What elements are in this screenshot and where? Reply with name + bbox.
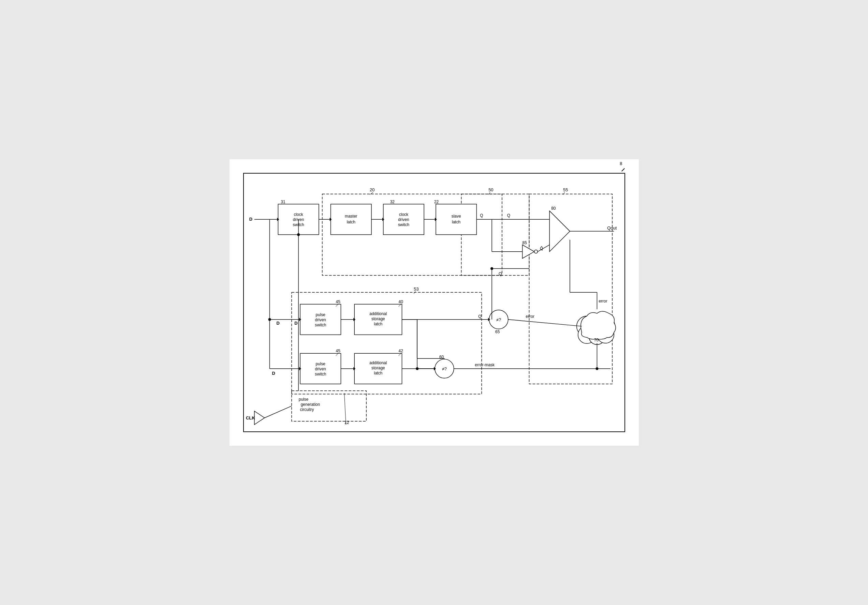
svg-text:error: error bbox=[598, 299, 607, 304]
ref-8-label: 8 bbox=[620, 161, 622, 166]
svg-text:pulse: pulse bbox=[315, 361, 326, 366]
svg-text:Q: Q bbox=[507, 213, 510, 218]
svg-text:D: D bbox=[249, 217, 252, 222]
svg-line-11 bbox=[563, 192, 565, 195]
svg-point-139 bbox=[297, 233, 300, 236]
svg-text:60: 60 bbox=[439, 355, 444, 360]
svg-text:42: 42 bbox=[398, 349, 403, 353]
svg-point-62 bbox=[534, 250, 538, 253]
svg-text:65: 65 bbox=[495, 329, 500, 334]
svg-text:Q: Q bbox=[480, 213, 483, 218]
svg-text:error: error bbox=[525, 314, 534, 319]
svg-text:≠?: ≠? bbox=[496, 317, 501, 322]
circuit-diagram: 20 50 53 55 12 clock drive bbox=[244, 174, 625, 431]
svg-text:32: 32 bbox=[390, 200, 395, 204]
svg-text:clock: clock bbox=[294, 212, 303, 217]
svg-rect-9 bbox=[529, 194, 612, 384]
svg-text:70: 70 bbox=[594, 338, 598, 343]
svg-text:driven: driven bbox=[315, 367, 326, 371]
page: 8 20 50 53 55 bbox=[229, 159, 639, 446]
svg-text:53: 53 bbox=[414, 287, 418, 292]
svg-text:circuitry: circuitry bbox=[300, 407, 314, 412]
svg-text:45: 45 bbox=[336, 299, 340, 304]
svg-text:master: master bbox=[345, 214, 357, 219]
svg-text:clock: clock bbox=[399, 212, 408, 217]
svg-marker-61 bbox=[522, 245, 534, 259]
svg-marker-135 bbox=[254, 411, 264, 425]
svg-text:driven: driven bbox=[398, 217, 409, 222]
svg-point-134 bbox=[595, 367, 598, 370]
svg-line-5 bbox=[488, 192, 490, 195]
svg-text:40: 40 bbox=[398, 299, 403, 304]
svg-line-2 bbox=[370, 192, 373, 195]
svg-line-116 bbox=[508, 320, 581, 326]
svg-text:driven: driven bbox=[315, 318, 326, 322]
svg-text:80: 80 bbox=[551, 206, 556, 211]
svg-text:20: 20 bbox=[370, 187, 375, 192]
svg-text:≠?: ≠? bbox=[442, 366, 446, 371]
svg-marker-59 bbox=[549, 211, 570, 251]
svg-point-127 bbox=[416, 367, 418, 370]
svg-text:55: 55 bbox=[563, 187, 568, 192]
svg-text:latch: latch bbox=[374, 371, 382, 375]
svg-text:switch: switch bbox=[315, 372, 326, 377]
svg-text:additional: additional bbox=[369, 360, 387, 365]
svg-line-137 bbox=[264, 406, 291, 418]
svg-text:Q: Q bbox=[499, 271, 502, 276]
svg-line-93 bbox=[538, 245, 549, 252]
svg-text:generation: generation bbox=[301, 402, 319, 407]
svg-text:D: D bbox=[294, 321, 298, 326]
svg-text:12: 12 bbox=[344, 420, 349, 425]
svg-text:31: 31 bbox=[281, 200, 285, 204]
svg-text:pulse: pulse bbox=[315, 312, 326, 317]
svg-text:storage: storage bbox=[371, 316, 385, 321]
svg-text:latch: latch bbox=[452, 220, 460, 224]
svg-text:Q: Q bbox=[478, 314, 481, 319]
svg-text:85: 85 bbox=[522, 240, 527, 245]
svg-text:error-mask: error-mask bbox=[475, 363, 494, 367]
svg-text:latch: latch bbox=[347, 220, 355, 224]
svg-text:Qout: Qout bbox=[607, 225, 617, 231]
svg-text:switch: switch bbox=[315, 323, 326, 327]
svg-text:latch: latch bbox=[374, 322, 382, 326]
tick-8 bbox=[622, 168, 625, 172]
svg-text:storage: storage bbox=[371, 366, 385, 370]
svg-text:additional: additional bbox=[369, 311, 387, 316]
svg-text:50: 50 bbox=[488, 187, 493, 192]
svg-text:22: 22 bbox=[434, 200, 439, 204]
diagram-container: 20 50 53 55 12 clock drive bbox=[243, 173, 625, 432]
svg-text:slave: slave bbox=[451, 214, 461, 219]
svg-text:CLK: CLK bbox=[246, 416, 255, 420]
svg-text:Q̄: Q̄ bbox=[540, 246, 543, 251]
svg-point-140 bbox=[268, 318, 271, 321]
svg-text:45: 45 bbox=[336, 349, 340, 353]
svg-text:D: D bbox=[272, 371, 275, 376]
svg-text:switch: switch bbox=[398, 222, 409, 227]
svg-text:D: D bbox=[276, 321, 279, 326]
svg-text:pulse: pulse bbox=[298, 397, 308, 402]
